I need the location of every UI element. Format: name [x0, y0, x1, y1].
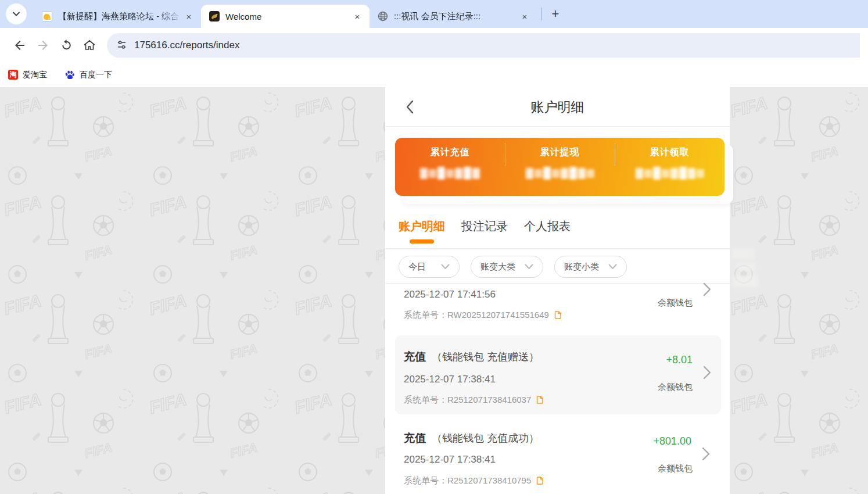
taobao-icon: 淘 — [8, 70, 18, 80]
bookmark-aitaobao[interactable]: 淘 爱淘宝 — [8, 70, 47, 80]
record-list: 2025-12-07 17:41:56 系统单号：RW2025120717415… — [385, 284, 730, 494]
tab-bet-records[interactable]: 投注记录 — [461, 219, 508, 248]
home-button[interactable] — [78, 34, 101, 57]
filter-label: 账变小类 — [564, 262, 599, 273]
filter-row: 今日 账变大类 账变小类 — [385, 249, 730, 284]
url-bar[interactable]: 175616.cc/reports/index — [107, 33, 860, 58]
forward-arrow-icon — [36, 38, 50, 52]
tab-label: 账户明细 — [399, 220, 445, 232]
chevron-down-icon — [441, 264, 450, 270]
tab-separator — [541, 8, 542, 20]
tab-account-details[interactable]: 账户明细 — [399, 219, 445, 248]
report-panel: 账户明细 累计充值 累计提现 累计领取 — [385, 87, 730, 494]
order-number: R2512071738416037 — [447, 395, 531, 404]
tab-label: 投注记录 — [461, 220, 508, 232]
stat-total-deposit: 累计充值 — [395, 138, 505, 196]
stat-label: 累计提现 — [505, 146, 615, 159]
navigation-toolbar: 175616.cc/reports/index — [0, 28, 868, 62]
record-amount: +801.00 — [653, 435, 691, 448]
record-type: 充值 — [404, 432, 426, 444]
tab-records[interactable]: :::视讯 会员下注纪录::: × — [370, 5, 537, 28]
record-order-line: 系统单号：R2512071738410795 — [404, 475, 730, 486]
gold-emblem-favicon-icon — [209, 11, 220, 22]
record-subtitle: （钱能钱包 充值成功） — [432, 432, 539, 444]
tab-title: 【新提醒】海燕策略论坛 - 综合 — [58, 11, 182, 22]
summary-card: 累计充值 累计提现 累计领取 — [395, 138, 724, 196]
chevron-right-icon[interactable] — [703, 282, 711, 296]
section-tabs: 账户明细 投注记录 个人报表 — [385, 209, 730, 249]
bookmark-baidu[interactable]: 百度一下 — [64, 70, 112, 80]
stat-label: 累计领取 — [615, 146, 724, 159]
reload-icon — [60, 38, 73, 52]
chevron-down-icon — [12, 10, 20, 18]
bookmark-label: 百度一下 — [80, 70, 112, 80]
filter-label: 今日 — [408, 262, 426, 273]
chevron-right-icon[interactable] — [702, 447, 710, 461]
back-chevron-button[interactable] — [400, 98, 419, 116]
panel-header: 账户明细 — [385, 87, 730, 127]
close-icon[interactable]: × — [351, 10, 364, 23]
page-title: 账户明细 — [385, 87, 730, 127]
masked-value — [505, 166, 615, 180]
stat-label: 累计充值 — [395, 146, 505, 159]
bookmarks-bar: 淘 爱淘宝 百度一下 — [0, 62, 868, 87]
home-icon — [83, 38, 96, 52]
record-wallet: 余额钱包 — [658, 463, 693, 474]
back-button[interactable] — [8, 34, 31, 57]
browser-window: 【新提醒】海燕策略论坛 - 综合 × Welcome × :::视讯 会员下注纪… — [0, 0, 868, 494]
filter-label: 账变大类 — [480, 262, 515, 273]
order-label: 系统单号： — [404, 475, 447, 485]
filter-date-dropdown[interactable]: 今日 — [399, 256, 460, 278]
record-order-line: 系统单号：RW202512071741551649 — [404, 310, 730, 321]
chevron-down-icon — [608, 264, 617, 270]
masked-value — [615, 166, 724, 180]
copy-icon[interactable] — [554, 311, 561, 320]
globe-favicon-icon — [378, 11, 388, 22]
tab-search-button[interactable] — [6, 3, 27, 24]
blurred-widget-artifact — [731, 245, 764, 293]
close-icon[interactable]: × — [518, 10, 531, 23]
order-number: RW202512071741551649 — [447, 310, 549, 320]
masked-value — [395, 166, 505, 180]
page-content: FIFA FIFA — [0, 87, 868, 494]
tab-title: :::视讯 会员下注纪录::: — [394, 11, 518, 22]
site-controls-icon — [116, 40, 127, 51]
copy-icon[interactable] — [536, 396, 543, 404]
record-row[interactable]: 充值（钱能钱包 充值赠送） 2025-12-07 17:38:41 系统单号：R… — [395, 335, 721, 414]
stat-total-claimed: 累计领取 — [615, 138, 724, 196]
active-tab-underline — [410, 239, 434, 244]
chevron-right-icon[interactable] — [703, 366, 711, 380]
order-number: R2512071738410795 — [447, 475, 531, 485]
record-amount: +8.01 — [666, 354, 693, 366]
stat-total-withdraw: 累计提现 — [505, 138, 615, 196]
order-label: 系统单号： — [404, 310, 447, 320]
record-wallet: 余额钱包 — [658, 298, 693, 309]
close-icon[interactable]: × — [182, 10, 195, 23]
baidu-paw-icon — [64, 70, 75, 80]
filter-major-type-dropdown[interactable]: 账变大类 — [471, 256, 543, 278]
forward-button[interactable] — [31, 34, 55, 57]
forum-favicon-icon — [42, 11, 52, 22]
tab-title: Welcome — [225, 12, 351, 22]
record-subtitle: （钱能钱包 充值赠送） — [432, 351, 539, 363]
record-row[interactable]: 充值（钱能钱包 充值成功） 2025-12-07 17:38:41 系统单号：R… — [385, 414, 730, 494]
record-type: 充值 — [404, 350, 426, 363]
record-wallet: 余额钱包 — [658, 382, 693, 393]
copy-icon[interactable] — [536, 477, 543, 485]
tab-personal-report[interactable]: 个人报表 — [524, 219, 571, 248]
bookmark-label: 爱淘宝 — [23, 70, 47, 80]
new-tab-button[interactable]: + — [547, 5, 564, 23]
tab-welcome[interactable]: Welcome × — [201, 5, 370, 28]
tab-label: 个人报表 — [524, 220, 571, 232]
chevron-down-icon — [525, 264, 533, 270]
url-text[interactable]: 175616.cc/reports/index — [134, 40, 239, 51]
filter-minor-type-dropdown[interactable]: 账变小类 — [554, 256, 627, 278]
order-label: 系统单号： — [404, 395, 447, 404]
reload-button[interactable] — [55, 34, 78, 57]
record-row[interactable]: 2025-12-07 17:41:56 系统单号：RW2025120717415… — [385, 284, 730, 332]
tab-forum[interactable]: 【新提醒】海燕策略论坛 - 综合 × — [34, 5, 201, 28]
summary-zone: 累计充值 累计提现 累计领取 — [385, 127, 730, 209]
record-order-line: 系统单号：R2512071738416037 — [404, 395, 721, 406]
back-arrow-icon — [13, 38, 27, 52]
tab-strip: 【新提醒】海燕策略论坛 - 综合 × Welcome × :::视讯 会员下注纪… — [0, 0, 868, 28]
